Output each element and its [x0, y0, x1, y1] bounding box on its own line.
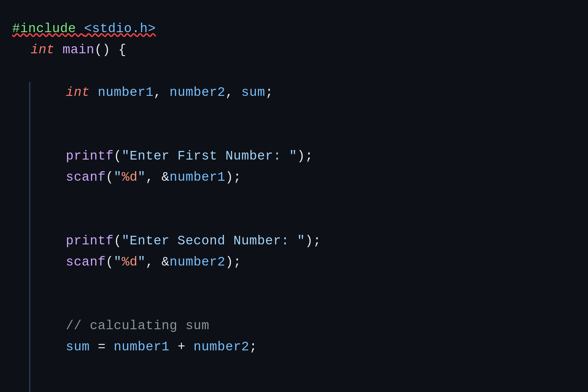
var-number1-scanf: number1: [170, 167, 225, 188]
line-main: int main() {: [12, 40, 579, 61]
parens: () {: [94, 40, 126, 61]
string-fmt2: ": [114, 252, 122, 273]
var-sum: sum: [241, 82, 265, 103]
comment-text: // calculating sum: [66, 315, 209, 337]
var-number2-scanf: number2: [170, 252, 225, 273]
space: [55, 40, 62, 61]
line-comment: // calculating sum: [30, 315, 579, 337]
blank-line-4: [30, 188, 579, 209]
string-enter-first: "Enter First Number: ": [122, 146, 297, 167]
keyword-int-var: int: [66, 82, 90, 103]
line-sum-calc: sum = number1 + number2;: [30, 337, 579, 358]
line-var-decl: int number1, number2, sum;: [30, 82, 579, 103]
blank-line-6: [30, 273, 579, 294]
func-printf2: printf: [66, 231, 114, 252]
func-scanf2: scanf: [66, 252, 106, 273]
blank-line-8: [30, 358, 579, 379]
blank-line-3: [30, 124, 579, 145]
code-editor: #include <stdio.h> int main() { int numb…: [0, 0, 588, 392]
blank-line-9: [30, 379, 579, 392]
keyword-int: int: [31, 40, 55, 61]
var-number2: number2: [170, 82, 225, 103]
blank-line-7: [30, 294, 579, 315]
function-main: main: [62, 40, 94, 61]
var-sum-assign: sum: [66, 337, 90, 358]
func-printf1: printf: [66, 146, 114, 167]
line-scanf1: scanf("%d", &number1);: [30, 167, 579, 188]
format-d1: %d: [122, 167, 138, 188]
var-number1: number1: [98, 82, 153, 103]
blank-line-5: [30, 209, 579, 231]
var-n1-add: number1: [114, 337, 169, 358]
line-include: #include <stdio.h>: [12, 18, 579, 40]
var-n2-add: number2: [194, 337, 249, 358]
func-scanf1: scanf: [66, 167, 106, 188]
preprocessor-directive: #include <stdio.h>: [12, 18, 156, 40]
string-fmt1: ": [114, 167, 122, 188]
string-enter-second: "Enter Second Number: ": [122, 231, 305, 252]
line-printf1: printf("Enter First Number: ");: [30, 146, 579, 167]
line-scanf2: scanf("%d", &number2);: [30, 252, 579, 273]
format-d2: %d: [122, 252, 138, 273]
code-content: #include <stdio.h> int main() { int numb…: [12, 18, 579, 392]
blank-line-1: [12, 61, 579, 82]
line-printf2: printf("Enter Second Number: ");: [30, 231, 579, 252]
blank-line-2: [30, 103, 579, 124]
